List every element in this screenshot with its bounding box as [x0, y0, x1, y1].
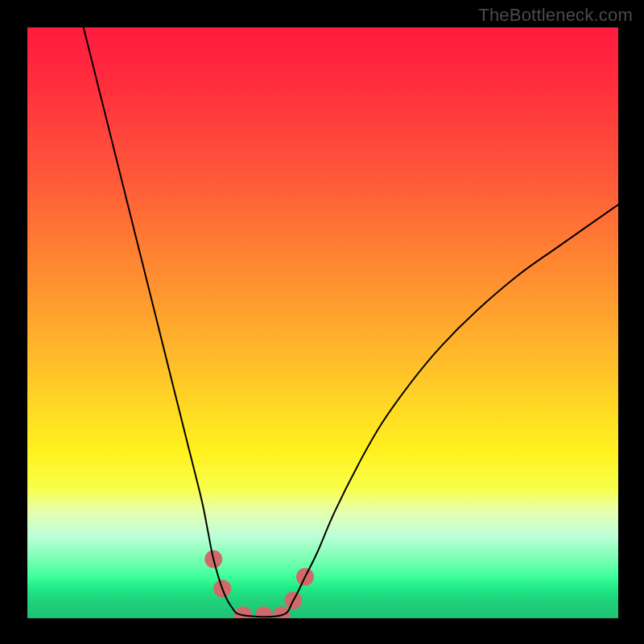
curve-marker: [255, 606, 273, 624]
chart-stage: TheBottleneck.com: [0, 0, 644, 644]
curve-lines: [84, 27, 618, 617]
bottleneck-curve: [0, 0, 644, 644]
watermark-text: TheBottleneck.com: [478, 5, 633, 26]
curve-path: [84, 27, 618, 617]
